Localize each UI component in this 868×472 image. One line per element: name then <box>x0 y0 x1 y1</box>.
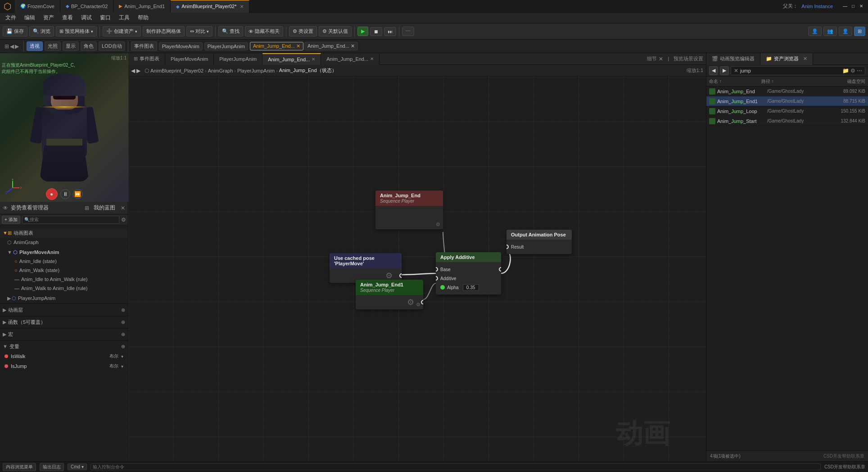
preview-grid-button[interactable]: ⊞ 预览网格体 ▾ <box>56 26 97 36</box>
tab-anim-jump-end1[interactable]: ▶ Anim_Jump_End1 <box>113 0 171 13</box>
back-btn[interactable]: ◀ <box>709 66 718 75</box>
pair-button[interactable]: ⇔ 对比 ▾ <box>186 26 212 36</box>
anim-idle-item[interactable]: ○ Anim_Idle (state) <box>0 257 128 266</box>
show-btn[interactable]: 显示 <box>63 41 79 51</box>
output-animation-pose-node[interactable]: Output Animation Pose Result <box>506 230 572 254</box>
play-button[interactable]: ▶ <box>357 27 368 36</box>
forward-btn[interactable]: ▶ <box>720 66 729 75</box>
playerjumpanim-btn[interactable]: PlayerJumpAnim <box>204 42 248 50</box>
settings-button[interactable]: ⚙ 类设置 <box>289 26 317 36</box>
asset-row-3[interactable]: Anim_Jump_Start /Game/GhostLady 132.844 … <box>706 116 868 126</box>
tab-bp-character[interactable]: ◆ BP_Character02 <box>60 0 113 13</box>
menu-help[interactable]: 帮助 <box>134 13 152 23</box>
search-input[interactable] <box>30 217 117 222</box>
nav-forward-icon[interactable]: ▶ <box>15 43 19 50</box>
cmd-btn[interactable]: Cmd ▾ <box>68 463 87 470</box>
menu-view[interactable]: 查看 <box>59 13 77 23</box>
lit-btn[interactable]: 光照 <box>45 41 61 51</box>
anim-jump-end2-tab-center[interactable]: Anim_Jump_End... ✕ <box>321 53 380 65</box>
anim-walk-item[interactable]: ○ Anim_Walk (state) <box>0 266 128 275</box>
nav-fwd-btn[interactable]: ▶ <box>136 68 140 74</box>
nav-back-btn[interactable]: ◀ <box>131 68 135 74</box>
apply-additive-node[interactable]: Apply Additive Base Additive Alpha <box>436 252 501 295</box>
event-graph-tab[interactable]: ⊞ 事件图表 <box>128 53 165 65</box>
anim-jump-end2-tab[interactable]: Anim_Jump_End... ✕ <box>304 42 358 50</box>
menu-debug[interactable]: 调试 <box>77 13 95 23</box>
event-graph-btn[interactable]: 事件图表 <box>131 41 157 51</box>
find-button[interactable]: 🔍 查找 <box>218 26 243 36</box>
functions-header[interactable]: ▶ 函数（5可覆盖） ⊕ <box>3 317 125 327</box>
more-persons-btn[interactable]: 👥 <box>823 27 837 36</box>
menu-asset[interactable]: 资产 <box>40 13 58 23</box>
walk-to-idle-item[interactable]: — Anim_Walk to Anim_Idle (rule) <box>0 284 128 293</box>
player-move-header[interactable]: ▼ ⬡ PlayerMoveAnim <box>0 248 128 257</box>
idle-to-walk-item[interactable]: — Anim_Idle to Anim_Walk (rule) <box>0 275 128 284</box>
minimize-btn[interactable]: — <box>842 3 848 9</box>
tab-close2-icon[interactable]: ✕ <box>370 56 374 61</box>
browse-button[interactable]: 🔍 浏览 <box>29 26 54 36</box>
tab-close-icon[interactable]: ✕ <box>240 4 244 9</box>
lod-btn[interactable]: LOD自动 <box>99 41 125 51</box>
add-button[interactable]: + 添加 <box>2 216 20 224</box>
stop-button[interactable]: ⏹ <box>370 27 382 36</box>
perspective-btn[interactable]: 透视 <box>27 41 43 51</box>
var-expand-icon[interactable]: ▾ <box>121 354 123 359</box>
more-button[interactable]: ⋯ <box>402 27 414 36</box>
close-details-icon[interactable]: ✕ <box>659 56 663 62</box>
nav-back-icon[interactable]: ◀ <box>10 43 14 50</box>
cached-pose-node[interactable]: Use cached pose 'PlayerMove' ⚙ <box>330 253 402 283</box>
output-log-btn[interactable]: 输出日志 <box>40 463 64 471</box>
close-pose-icon[interactable]: ✕ <box>121 205 125 211</box>
character-btn[interactable]: 角色 <box>81 41 97 51</box>
close-asset-icon[interactable]: ✕ <box>803 56 807 62</box>
skip-button[interactable]: ⏭ <box>384 27 396 36</box>
add-func-icon[interactable]: ⊕ <box>121 319 125 325</box>
settings-search-icon[interactable]: ⚙ <box>850 68 855 74</box>
close-btn[interactable]: ✕ <box>858 3 864 9</box>
asset-browser-tab[interactable]: 📁 资产浏览器 ✕ <box>760 53 813 65</box>
active-view-btn[interactable]: ⊞ <box>854 27 865 36</box>
add-macro-icon[interactable]: ⊕ <box>121 331 125 337</box>
parent-link[interactable]: Anim Instance <box>801 4 833 9</box>
col-size[interactable]: 磁盘空间 <box>831 78 865 85</box>
pause-btn[interactable]: ⏸ <box>60 189 70 199</box>
graph-area[interactable]: Anim_Jump_End Sequence Player ⚙ Output A… <box>128 77 706 461</box>
col-path[interactable]: 路径 ↑ <box>761 78 831 85</box>
content-browser-btn[interactable]: 内容浏览菜单 <box>3 463 36 471</box>
dots-icon[interactable]: ⋯ <box>857 68 862 74</box>
right-search-input[interactable] <box>740 68 841 73</box>
play-btn[interactable]: ● <box>46 188 58 200</box>
player-move-tab[interactable]: PlayerMoveAnim <box>165 53 214 65</box>
var2-expand-icon[interactable]: ▾ <box>121 364 123 369</box>
animgraph-item[interactable]: ⬡ AnimGraph <box>0 238 128 247</box>
folder-icon[interactable]: 📁 <box>842 68 849 74</box>
player-jump-tab[interactable]: PlayerJumpAnim <box>214 53 262 65</box>
add-var-icon[interactable]: ⊕ <box>121 344 125 349</box>
animgraph-header[interactable]: ▼ ⊞ 动画图表 <box>0 228 128 238</box>
player-jump-item[interactable]: ▶ ⬡ PlayerJumpAnim <box>0 294 128 303</box>
anim-jump-end1-node[interactable]: Anim_Jump_End1 Sequence Player ⚙ ⚙ <box>356 280 423 309</box>
tab-close-icon[interactable]: ✕ <box>312 57 315 62</box>
anim-jump-end-tab[interactable]: Anim_Jump_End... ✕ <box>250 42 303 50</box>
anim-jump-end-node[interactable]: Anim_Jump_End Sequence Player ⚙ <box>375 191 443 229</box>
create-asset-button[interactable]: ➕ 创建资产 ▾ <box>103 26 141 36</box>
close-search-icon[interactable]: ✕ <box>734 68 738 74</box>
alpha-input[interactable] <box>463 284 479 291</box>
person3-btn[interactable]: 👤 <box>839 27 852 36</box>
node-settings-icon[interactable]: ⚙ <box>436 222 440 227</box>
anim-layer-header[interactable]: ▶ 动画层 ⊕ <box>3 305 125 315</box>
variables-header[interactable]: ▼ 变量 ⊕ <box>3 341 125 351</box>
macro-header[interactable]: ▶ 宏 ⊕ <box>3 329 125 339</box>
settings-gear-icon[interactable]: ⚙ <box>121 217 126 223</box>
tab-anim-blueprint[interactable]: ◆ AnimBlueprint_Player02* ✕ <box>171 0 249 13</box>
save-button[interactable]: 💾 保存 <box>3 26 27 36</box>
make-static-button[interactable]: 制作静态网格体 <box>143 26 185 36</box>
defaults-button[interactable]: ⚙ 关默认值 <box>319 26 352 36</box>
menu-edit[interactable]: 编辑 <box>21 13 39 23</box>
playermoveanim-btn[interactable]: PlayerMoveAnim <box>159 42 203 50</box>
menu-file[interactable]: 文件 <box>2 13 20 23</box>
asset-row-1[interactable]: Anim_Jump_End1 /Game/GhostLady 88.715 Ki… <box>706 96 868 106</box>
anim-preview-tab[interactable]: 🎬 动画预览编辑器 <box>706 53 760 65</box>
asset-row-2[interactable]: Anim_Jump_Loop /Game/GhostLady 150.155 K… <box>706 106 868 116</box>
menu-window[interactable]: 窗口 <box>96 13 114 23</box>
